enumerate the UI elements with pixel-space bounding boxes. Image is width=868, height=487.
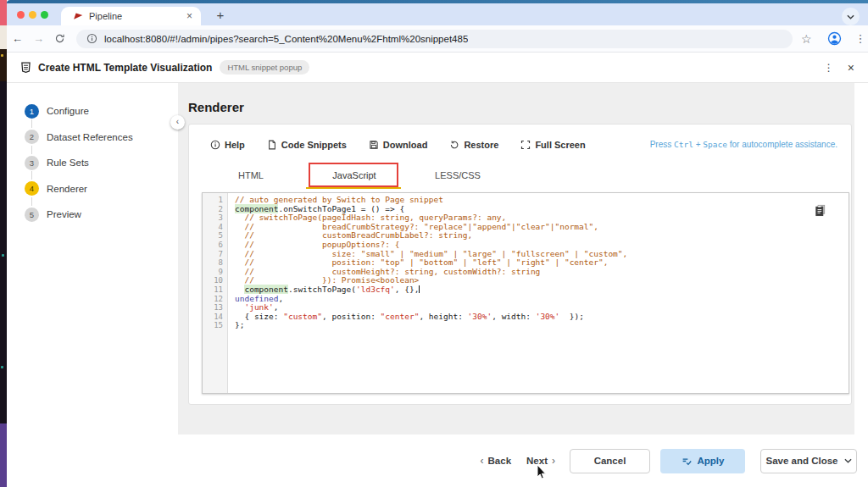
browser-tab-strip: Pipeline × + <box>7 3 868 25</box>
toolbar-label: Restore <box>464 140 498 150</box>
stepper-step-renderer[interactable]: 4Renderer <box>7 176 178 202</box>
hint-press: Press <box>650 140 672 149</box>
code-token: // customHeight?: string, customWidth?: … <box>235 267 540 276</box>
toolbar-code-snippets-button[interactable]: Code Snippets <box>267 140 347 150</box>
app-window: Create HTML Template Visualization HTML … <box>7 53 868 487</box>
code-token: , {}, <box>395 285 420 294</box>
code-token: 'ld3cfq' <box>356 285 395 294</box>
help-icon <box>210 140 220 150</box>
dialog-close-icon[interactable]: × <box>844 61 858 75</box>
profile-avatar-icon[interactable] <box>827 31 842 46</box>
toolbar-help-button[interactable]: Help <box>210 140 245 150</box>
apply-icon <box>682 456 693 467</box>
code-editor[interactable]: 123456789101112131415 // auto generated … <box>202 192 849 394</box>
tab-title: Pipeline <box>89 11 186 21</box>
step-number-badge: 2 <box>25 130 39 144</box>
save-and-close-button[interactable]: Save and Close <box>760 449 857 473</box>
step-label: Rule Sets <box>47 158 89 168</box>
line-number: 9 <box>203 268 227 277</box>
code-token: // position: "top" | "bottom" | "left" |… <box>235 257 608 267</box>
hint-space-key: Space <box>703 140 727 149</box>
background-window-sliver <box>0 0 7 487</box>
stepper-step-rule-sets[interactable]: 3Rule Sets <box>7 150 178 176</box>
reload-icon[interactable] <box>49 33 70 44</box>
editor-tabs: HTMLJavaScriptLESS/CSS <box>199 163 509 189</box>
full-screen-icon <box>520 140 531 150</box>
traffic-light-zoom[interactable] <box>41 11 48 19</box>
stepper-step-preview[interactable]: 5Preview <box>7 202 178 228</box>
tab-javascript[interactable]: JavaScript <box>303 163 406 189</box>
traffic-light-minimize[interactable] <box>29 11 36 19</box>
autocomplete-hint: Press Ctrl + Space for autocomplete assi… <box>650 140 837 149</box>
line-number: 6 <box>203 241 227 250</box>
back-button[interactable]: ← <box>7 32 28 45</box>
download-icon <box>369 140 379 150</box>
line-number-gutter: 123456789101112131415 <box>203 193 228 393</box>
line-number: 1 <box>203 196 227 205</box>
background-speck <box>2 254 4 257</box>
code-token: "custom" <box>283 312 322 321</box>
background-speck <box>1 54 3 57</box>
forward-button[interactable]: → <box>28 32 49 45</box>
toolbar-label: Help <box>225 140 245 150</box>
code-token: // popupOptions?: { <box>235 240 399 249</box>
code-token: // auto generated by Switch to Page snip… <box>235 195 443 204</box>
tab-label: LESS/CSS <box>435 170 481 180</box>
annotation-box <box>309 163 398 187</box>
code-line: }; <box>235 321 849 330</box>
tab-close-icon[interactable]: × <box>186 10 192 22</box>
apply-button[interactable]: Apply <box>660 449 745 473</box>
hint-rest: for autocomplete assistance. <box>730 140 837 149</box>
toolbar-restore-button[interactable]: Restore <box>449 140 498 150</box>
collapse-sidebar-button[interactable]: ‹ <box>170 115 185 130</box>
code-token: 'junk' <box>244 302 273 312</box>
step-label: Dataset References <box>47 132 133 142</box>
dialog-menu-icon[interactable]: ⋮ <box>819 62 839 74</box>
toolbar-full-screen-button[interactable]: Full Screen <box>520 140 585 150</box>
background-speck <box>1 366 3 368</box>
background-light-strip <box>0 25 7 49</box>
browser-menu-icon[interactable]: ⋮ <box>855 32 866 45</box>
code-token: // customBreadCrumbLabel?: string, <box>235 230 472 240</box>
step-number-badge: 3 <box>25 156 39 170</box>
line-number: 11 <box>203 285 227 295</box>
bookmark-star-icon[interactable]: ☆ <box>801 32 812 46</box>
main-content: Renderer ‹ HelpCode SnippetsDownloadRest… <box>178 83 854 434</box>
address-bar[interactable]: localhost:8080/#!/admin/pipes?search=5_C… <box>76 30 793 48</box>
step-label: Configure <box>47 106 89 116</box>
code-token: '30%' <box>536 312 560 321</box>
code-token: "center" <box>381 312 420 321</box>
code-token: { size: <box>235 312 283 321</box>
url-text: localhost:8080/#!/admin/pipes?search=5_C… <box>104 34 468 44</box>
toolbar-download-button[interactable]: Download <box>369 140 428 150</box>
site-info-icon[interactable] <box>86 33 97 44</box>
stepper-step-dataset-references[interactable]: 2Dataset References <box>7 125 178 151</box>
dialog-body: 1Configure2Dataset References3Rule Sets4… <box>7 83 868 434</box>
hint-plus: + <box>696 140 701 149</box>
section-title: Renderer <box>188 100 244 114</box>
highlighted-occurrence: component <box>244 285 287 294</box>
line-number: 4 <box>203 223 227 232</box>
code-snippets-icon <box>267 140 277 150</box>
traffic-light-close[interactable] <box>17 11 25 19</box>
cancel-button[interactable]: Cancel <box>570 449 650 473</box>
back-button-wizard[interactable]: ‹ Back <box>481 455 512 467</box>
stepper-step-configure[interactable]: 1Configure <box>7 98 178 125</box>
code-token: , height: <box>419 312 467 321</box>
tab-html[interactable]: HTML <box>199 163 303 189</box>
code-token: .onSwitchToPage1 = () => { <box>278 204 404 213</box>
copy-code-button[interactable] <box>814 203 826 217</box>
apply-label: Apply <box>698 456 725 466</box>
code-token: }); <box>559 312 584 321</box>
new-tab-button[interactable]: + <box>212 8 229 22</box>
line-number: 2 <box>203 205 227 214</box>
restore-icon <box>449 140 459 150</box>
tab-less-css[interactable]: LESS/CSS <box>406 163 509 189</box>
dialog-header: Create HTML Template Visualization HTML … <box>7 53 868 83</box>
browser-tab-pipeline[interactable]: Pipeline × <box>61 7 201 25</box>
code-area[interactable]: // auto generated by Switch to Page snip… <box>229 193 849 393</box>
tab-search-button[interactable] <box>842 8 860 25</box>
step-label: Preview <box>47 209 81 219</box>
code-token: }; <box>235 320 244 329</box>
text-caret <box>419 285 420 293</box>
